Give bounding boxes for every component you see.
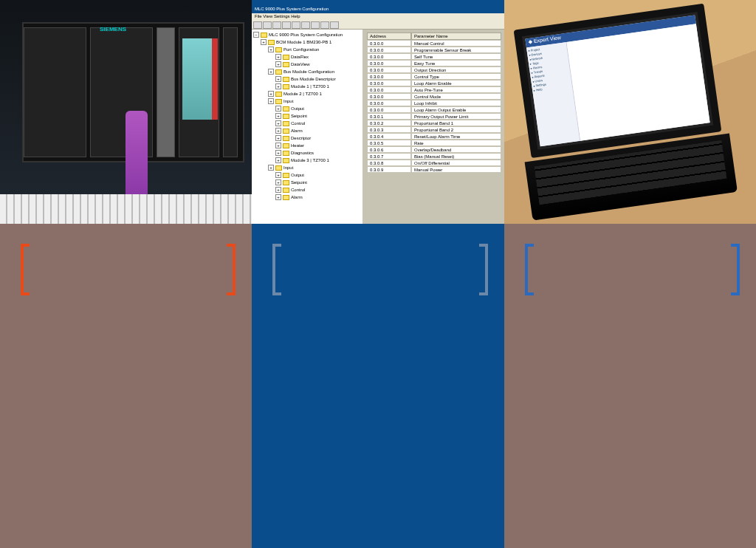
tree-node[interactable]: +Diagnostics [253,149,361,157]
grid-row[interactable]: 0.3.0.0Auto Pre-Tune [367,86,501,93]
cell-address: 0.3.0.0 [367,40,411,47]
cell-address: 0.3.0.0 [367,47,411,53]
grid-row[interactable]: 0.3.0.1Primary Output Power Limit [367,113,501,120]
cell-param: Control Mode [411,93,501,100]
tree-node[interactable]: +DataView [253,61,361,68]
grid-row[interactable]: 0.3.0.0Loop Inhibit [367,100,501,106]
cell-param: On/Off Differential [411,160,501,166]
caption-mid [272,244,488,295]
terminal-strip [0,194,252,224]
grid-header-address[interactable]: Address [367,32,411,40]
grid-row[interactable]: 0.3.0.0Loop Alarm Enable [367,80,501,86]
tree-node[interactable]: +BCM Module 1 BM230-PB 1 [253,38,361,46]
toolbar-button[interactable] [272,21,281,29]
cfg-grid[interactable]: Address Parameter Name 0.3.0.0Manual Con… [362,30,504,224]
cell-address: 0.3.0.0 [367,93,411,100]
toolbar-button[interactable] [311,21,320,29]
cell-param: Output Direction [411,66,501,73]
laptop-main-pane[interactable] [567,24,710,140]
tree-node[interactable]: +Bus Module Descriptor [253,75,361,83]
plc-photo: SIEMENS [0,0,252,224]
bracket-left-close [227,244,236,295]
grid-row[interactable]: 0.3.0.0Output Direction [367,66,501,73]
cell-address: 0.3.0.3 [367,126,411,133]
tree-node[interactable]: +DataFlex [253,53,361,61]
cell-param: Manual Power [411,166,501,173]
cell-param: Manual Control [411,40,501,47]
tree-node[interactable]: +Descriptor [253,134,361,142]
column-right: ◆ Expert View ▸ Project▸ Devices▸ Networ… [504,0,756,548]
cell-address: 0.3.0.8 [367,160,411,166]
tree-node[interactable]: +Alarm [253,127,361,134]
column-mid: MLC 9000 Plus System Configuration File … [252,0,504,548]
laptop-app-title-text: Expert View [533,35,561,44]
toolbar-button[interactable] [301,21,310,29]
tree-node[interactable]: +Bus Module Configuration [253,68,361,75]
grid-row[interactable]: 0.3.0.0Control Type [367,73,501,80]
cell-param: Overlap/Deadband [411,146,501,153]
grid-row[interactable]: 0.3.0.4Reset/Loop Alarm Time [367,133,501,140]
grid-row[interactable]: 0.3.0.8On/Off Differential [367,160,501,166]
grid-row[interactable]: 0.3.0.0Manual Control [367,40,501,47]
bracket-right-open [525,244,534,295]
bracket-left-open [21,244,30,295]
cell-param: Self Tune [411,53,501,60]
cell-address: 0.3.0.0 [367,80,411,86]
grid-row[interactable]: 0.3.0.0Control Mode [367,93,501,100]
tree-node[interactable]: +Control [253,186,361,193]
toolbar-button[interactable] [253,21,262,29]
tree-node[interactable]: +Alarm [253,193,361,201]
column-left: SIEMENS [0,0,252,548]
cell-param: Reset/Loop Alarm Time [411,133,501,140]
toolbar-button[interactable] [292,21,300,29]
cell-address: 0.3.0.4 [367,133,411,140]
cell-address: 0.3.0.0 [367,53,411,60]
grid-row[interactable]: 0.3.0.9Manual Power [367,166,501,173]
tree-node[interactable]: +Setpoint [253,112,361,120]
grid-header-param[interactable]: Parameter Name [411,32,501,40]
tree-node[interactable]: +Module 1 | TZ700 1 [253,83,361,90]
toolbar-button[interactable] [263,21,272,29]
cell-address: 0.3.0.5 [367,140,411,146]
tree-root[interactable]: −MLC 9000 Plus System Configuration [253,31,361,38]
cell-address: 0.3.0.0 [367,73,411,80]
cell-param: Proportional Band 2 [411,126,501,133]
cfg-menu-bar[interactable]: File View Settings Help [252,13,504,21]
tree-node[interactable]: +Output [253,171,361,179]
toolbar-button[interactable] [282,21,291,29]
grid-row[interactable]: 0.3.0.7Bias (Manual Reset) [367,153,501,160]
cell-address: 0.3.0.9 [367,166,411,173]
grid-row[interactable]: 0.3.0.0Loop Alarm Output Enable [367,106,501,113]
cell-address: 0.3.0.2 [367,120,411,126]
cell-address: 0.3.0.0 [367,100,411,106]
tree-node[interactable]: +Control [253,120,361,127]
tree-node[interactable]: +Setpoint [253,179,361,186]
grid-row[interactable]: 0.3.0.6Overlap/Deadband [367,146,501,153]
tree-node[interactable]: +Module 3 | TZ700 1 [253,157,361,164]
caption-mid-text [286,248,475,278]
cell-address: 0.3.0.0 [367,60,411,66]
tree-node[interactable]: +Heater [253,142,361,149]
grid-row[interactable]: 0.3.0.0Easy Tune [367,60,501,66]
toolbar-button[interactable] [330,21,339,29]
grid-row[interactable]: 0.3.0.0Self Tune [367,53,501,60]
toolbar-button[interactable] [320,21,329,29]
caption-right-text [538,248,726,278]
tree-node[interactable]: +Input [253,97,361,105]
cell-address: 0.3.0.6 [367,146,411,153]
grid-row[interactable]: 0.3.0.5Rate [367,140,501,146]
cell-param: Auto Pre-Tune [411,86,501,93]
cell-param: Programmable Sensor Break [411,47,501,53]
cell-param: Bias (Manual Reset) [411,153,501,160]
tree-node[interactable]: +Module 2 | TZ700 1 [253,90,361,97]
grid-row[interactable]: 0.3.0.2Proportional Band 1 [367,120,501,126]
tree-node[interactable]: +Input [253,164,361,171]
cfg-tree[interactable]: −MLC 9000 Plus System Configuration+BCM … [252,30,362,224]
tree-node[interactable]: +Port Configuration [253,46,361,53]
bracket-right-close [731,244,740,295]
cfg-toolbar[interactable] [252,21,504,30]
config-software-screenshot: MLC 9000 Plus System Configuration File … [252,0,504,224]
tree-node[interactable]: +Output [253,105,361,112]
grid-row[interactable]: 0.3.0.3Proportional Band 2 [367,126,501,133]
grid-row[interactable]: 0.3.0.0Programmable Sensor Break [367,47,501,53]
